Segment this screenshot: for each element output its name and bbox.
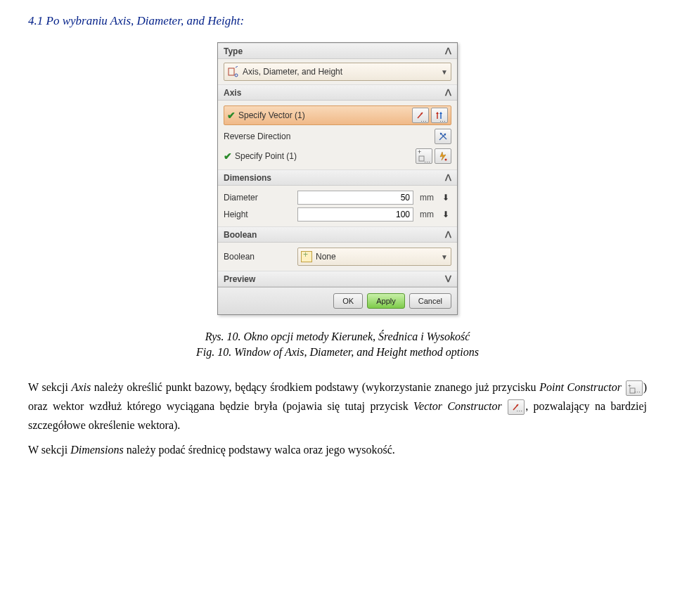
dropdown-arrow-icon[interactable]: ⬇ [440,210,451,219]
section-header-preview[interactable]: Preview ᐯ [218,271,457,287]
paragraph-2: W sekcji Dimensions należy podać średnic… [28,440,647,459]
chevron-up-icon: ᐱ [445,87,451,98]
boolean-row: Boolean None ▼ [224,246,451,267]
vector-constructor-icon: … [508,399,525,415]
chevron-down-icon: ▼ [441,253,448,261]
svg-point-14 [445,159,447,161]
paragraph-1: W sekcji Axis należy określić punkt bazo… [28,378,647,435]
figure-caption: Rys. 10. Okno opcji metody Kierunek, Śre… [28,329,647,361]
specify-vector-label: Specify Vector (1) [238,110,412,120]
text-italic: Point Constructor [539,381,622,393]
chevron-down-icon: ▼ [441,68,448,76]
svg-rect-13 [419,156,424,161]
dialog-button-bar: OK Apply Cancel [218,287,457,314]
point-constructor-icon: + … [626,380,643,396]
vector-constructor-button[interactable]: … [431,108,448,123]
specify-point-label: Specify Point (1) [235,151,416,161]
text: W sekcji [28,381,72,393]
reverse-direction-row: Reverse Direction [224,127,451,146]
diameter-label: Diameter [224,193,294,203]
section-label: Axis [224,88,241,98]
dimensions-body: Diameter mm ⬇ Height mm ⬇ [218,186,457,226]
section-header-boolean[interactable]: Boolean ᐱ [218,226,457,243]
type-combo[interactable]: Axis, Diameter, and Height ▼ [224,63,451,81]
section-label: Type [224,46,243,56]
boolean-body: Boolean None ▼ [218,243,457,271]
check-icon: ✔ [224,150,232,162]
type-body: Axis, Diameter, and Height ▼ [218,59,457,84]
section-header-dimensions[interactable]: Dimensions ᐱ [218,169,457,186]
section-heading: 4.1 Po wybraniu Axis, Diameter, and Heig… [28,14,647,28]
none-icon [301,251,312,262]
svg-point-2 [235,74,238,77]
text: należy podać średnicę podstawy walca ora… [124,444,395,456]
axis-body: ✔ Specify Vector (1) … … Reverse Directi… [218,101,457,169]
boolean-value: None [316,252,441,262]
cylinder-type-icon [227,66,238,77]
specify-point-row[interactable]: ✔ Specify Point (1) + … [224,146,451,166]
boolean-field-label: Boolean [224,252,294,262]
section-header-axis[interactable]: Axis ᐱ [218,84,457,101]
reverse-label: Reverse Direction [224,131,435,141]
diameter-row: Diameter mm ⬇ [224,189,451,206]
diameter-input[interactable] [297,191,413,205]
specify-vector-row[interactable]: ✔ Specify Vector (1) … … [224,105,451,125]
section-label: Boolean [224,230,257,240]
height-unit: mm [417,210,437,219]
cancel-button[interactable]: Cancel [409,293,451,309]
height-input[interactable] [297,207,413,222]
svg-rect-0 [229,68,234,75]
text: należy określić punkt bazowy, będący śro… [91,381,539,393]
svg-marker-6 [436,112,439,114]
vector-picker-button[interactable]: … [412,108,429,123]
chevron-down-icon: ᐯ [445,274,451,284]
boolean-combo[interactable]: None ▼ [297,248,451,266]
section-label: Dimensions [224,173,271,183]
height-row: Height mm ⬇ [224,206,451,223]
type-value: Axis, Diameter, and Height [243,67,441,77]
section-label: Preview [224,274,255,284]
apply-button[interactable]: Apply [367,293,405,309]
dropdown-arrow-icon[interactable]: ⬇ [440,193,451,203]
dialog-container: Type ᐱ Axis, Diameter, and Height ▼ Axis… [28,42,647,315]
chevron-up-icon: ᐱ [445,46,451,56]
text-italic: Vector Constructor [413,400,502,412]
chevron-up-icon: ᐱ [445,172,451,183]
text-italic: Axis [72,381,91,393]
options-dialog: Type ᐱ Axis, Diameter, and Height ▼ Axis… [217,42,458,315]
reverse-direction-button[interactable] [435,129,451,144]
height-label: Height [224,210,294,219]
point-quick-button[interactable] [435,148,451,164]
svg-line-1 [236,66,238,68]
text: W sekcji [28,444,70,456]
caption-en: Fig. 10. Window of Axis, Diameter, and H… [196,346,479,358]
section-header-type[interactable]: Type ᐱ [218,43,457,59]
text-italic: Dimensions [70,444,124,456]
check-icon: ✔ [227,110,236,121]
ok-button[interactable]: OK [333,293,363,309]
chevron-up-icon: ᐱ [445,229,451,240]
svg-marker-8 [439,112,442,114]
point-constructor-button[interactable]: + … [416,148,432,164]
caption-pl: Rys. 10. Okno opcji metody Kierunek, Śre… [205,331,470,342]
diameter-unit: mm [417,193,437,203]
